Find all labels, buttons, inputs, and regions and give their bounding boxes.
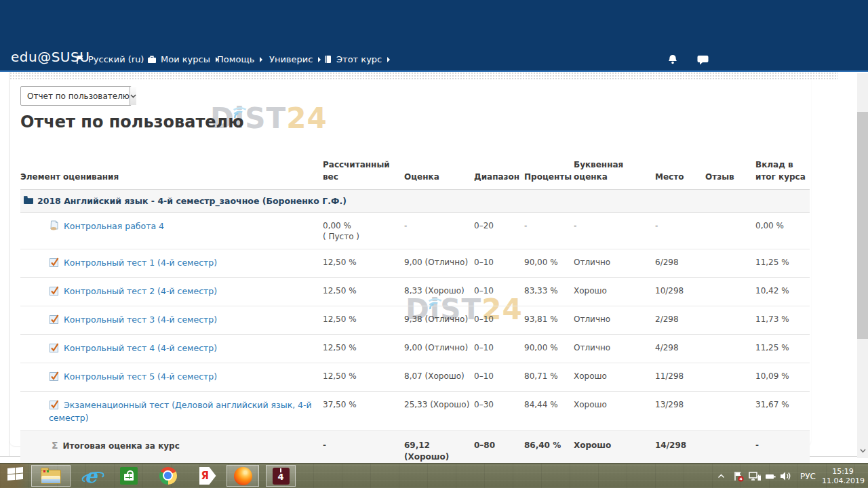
cell-letter: Хорошо <box>574 363 655 391</box>
taskbar-yandex-browser[interactable]: Я <box>193 465 222 487</box>
bell-icon[interactable] <box>667 54 678 68</box>
cell-grade: - <box>404 213 474 249</box>
grade-item-link[interactable]: Контрольный тест 2 (4-й семестр) <box>64 286 217 296</box>
flag-icon <box>76 55 84 64</box>
cell-rank: 2/298 <box>655 306 705 334</box>
nav-item-this-course[interactable]: Этот курс <box>323 54 390 64</box>
taskbar-windows-store[interactable] <box>114 465 144 487</box>
vertical-scrollbar-thumb[interactable] <box>857 112 868 339</box>
cell-percent: 80,71 % <box>524 363 574 391</box>
chevron-down-icon <box>130 94 136 98</box>
cell-range: 0–10 <box>474 278 524 306</box>
grade-item-link[interactable]: Контрольная работа 4 <box>64 221 164 231</box>
flag-alert-icon[interactable] <box>732 464 745 488</box>
table-header-row: Элемент оценивания Рассчитанный вес Оцен… <box>20 153 810 190</box>
taskbar-chrome[interactable] <box>153 465 183 487</box>
cell-letter: - <box>574 213 655 249</box>
chevron-right-icon <box>318 57 321 62</box>
select-dropdown-button[interactable] <box>130 87 136 105</box>
start-button[interactable] <box>1 465 30 487</box>
top-banner: edu@SUSU Русский (ru) Мои курсы Помощь У… <box>0 0 868 72</box>
tray-chevron-up[interactable] <box>717 464 725 488</box>
table-row: Контрольный тест 1 (4-й семестр) 12,50 %… <box>20 249 810 278</box>
report-type-select[interactable]: Отчет по пользователю <box>20 86 132 106</box>
report-select-value: Отчет по пользователю <box>21 92 130 101</box>
cell-percent: 90,00 % <box>524 335 574 363</box>
assignment-icon <box>49 220 60 234</box>
cell-contribution: 11,73 % <box>755 306 810 334</box>
clock[interactable]: 15:19 11.04.2019 <box>822 464 864 488</box>
tray-time: 15:19 <box>822 467 864 476</box>
taskbar-file-explorer[interactable] <box>31 465 71 487</box>
volume-icon[interactable] <box>780 464 791 488</box>
grade-item-link[interactable]: Контрольный тест 1 (4-й семестр) <box>64 258 217 268</box>
chat-icon[interactable] <box>697 55 709 68</box>
cell-letter: Отлично <box>574 335 655 363</box>
cell-grade: 9,00 (Отлично) <box>404 249 474 277</box>
language-indicator[interactable]: РУС <box>800 464 816 488</box>
header-rank: Место <box>655 153 705 189</box>
table-row: Контрольный тест 3 (4-й семестр) 12,50 %… <box>20 306 810 335</box>
cell-weight: 12,50 % <box>323 363 404 391</box>
quiz-icon <box>49 257 60 270</box>
grade-item-link[interactable]: Контрольный тест 3 (4-й семестр) <box>64 314 217 325</box>
nav-item-language[interactable]: Русский (ru) <box>76 54 152 64</box>
cell-contribution: 10,42 % <box>755 278 810 306</box>
cell-grade: 9,00 (Отлично) <box>404 335 474 363</box>
header-contribution: Вклад в итог курса <box>755 153 810 189</box>
scrollbar-down-arrow[interactable] <box>859 447 867 455</box>
cell-feedback <box>705 363 755 391</box>
sigma-icon: Σ <box>52 440 58 451</box>
header-percent: Проценты <box>524 153 574 189</box>
network-icon[interactable] <box>749 464 762 488</box>
cell-weight: 12,50 % <box>323 249 404 277</box>
cell-letter: Хорошо <box>574 392 655 430</box>
cell-feedback <box>705 335 755 363</box>
cell-rank: 4/298 <box>655 335 705 363</box>
cell-rank: 11/298 <box>655 363 705 391</box>
nav-item-univeris[interactable]: Универис <box>269 54 321 64</box>
cell-grade: 8,33 (Хорошо) <box>404 278 474 306</box>
windows-taskbar: e Я 4 РУС 15:19 11.04.2019 <box>0 463 868 488</box>
grade-item-link[interactable]: Контрольный тест 5 (4-й семестр) <box>64 371 217 382</box>
cell-grade: 9,38 (Отлично) <box>404 306 474 334</box>
taskbar-archiver[interactable]: 4 <box>266 465 296 487</box>
cell-letter: Отлично <box>574 249 655 277</box>
table-row: Контрольный тест 4 (4-й семестр) 12,50 %… <box>20 335 810 363</box>
cell-feedback <box>705 392 755 430</box>
cell-contribution: 0,00 % <box>755 213 810 249</box>
grade-item-link[interactable]: Экзаменационный тест (Деловой английский… <box>49 400 312 423</box>
cell-feedback <box>705 278 755 306</box>
cell-contribution: 31,67 % <box>755 392 810 430</box>
cell-rank: - <box>655 213 705 249</box>
cell-feedback <box>705 249 755 277</box>
taskbar-firefox[interactable] <box>226 465 259 487</box>
book-icon <box>323 55 332 64</box>
cell-weight: 0,00 % ( Пусто ) <box>323 213 404 249</box>
chevron-right-icon <box>387 57 390 62</box>
total-label: Итоговая оценка за курс <box>63 441 180 451</box>
cell-percent: 84,44 % <box>524 392 574 430</box>
tray-date: 11.04.2019 <box>822 476 864 486</box>
cell-grade: 25,33 (Хорошо) <box>404 392 474 430</box>
nav-item-my-courses[interactable]: Мои курсы <box>147 54 218 64</box>
grade-item-link[interactable]: Контрольный тест 4 (4-й семестр) <box>64 343 217 353</box>
quiz-icon <box>49 342 60 356</box>
cell-weight: 12,50 % <box>323 335 404 363</box>
nav-item-help[interactable]: Помощь <box>217 54 262 64</box>
category-row: 2018 Английский язык - 4-й семестр_заочн… <box>20 190 810 213</box>
table-row: Контрольный тест 2 (4-й семестр) 12,50 %… <box>20 278 810 306</box>
cell-range: 0–30 <box>474 392 524 430</box>
cell-range: 0–10 <box>474 306 524 334</box>
user-report-table: Элемент оценивания Рассчитанный вес Оцен… <box>20 153 810 471</box>
cell-weight: 37,50 % <box>323 392 404 430</box>
cell-contribution: 11,25 % <box>755 335 810 363</box>
page-texture-strip <box>9 72 838 80</box>
internet-explorer-icon: e <box>85 467 97 485</box>
quiz-icon <box>49 371 60 384</box>
cell-percent: 90,00 % <box>524 249 574 277</box>
quiz-icon <box>49 314 60 327</box>
cell-range: 0–20 <box>474 213 524 249</box>
power-battery-icon[interactable] <box>765 464 776 488</box>
taskbar-internet-explorer[interactable]: e <box>76 465 106 487</box>
